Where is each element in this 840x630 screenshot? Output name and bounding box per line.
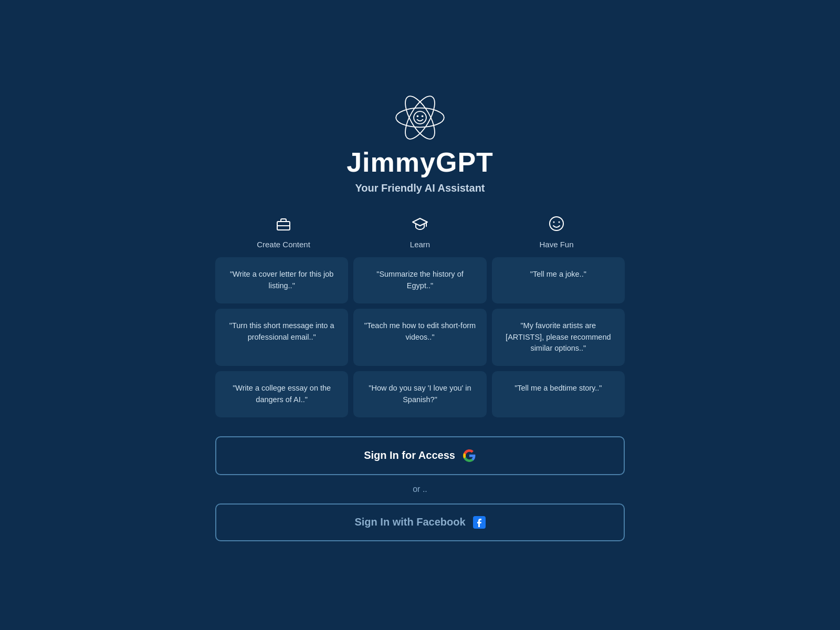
sign-in-facebook-label: Sign In with Facebook — [354, 516, 465, 528]
smiley-icon — [548, 215, 565, 236]
google-icon — [463, 449, 476, 463]
briefcase-icon — [275, 215, 292, 236]
card-2[interactable]: "Summarize the history of Egypt.." — [353, 257, 486, 303]
logo-area: JimmyGPT Your Friendly AI Assistant — [346, 89, 494, 194]
category-learn: Learn — [352, 215, 488, 249]
example-cards-grid: "Write a cover letter for this job listi… — [215, 257, 625, 417]
sign-in-google-button[interactable]: Sign In for Access — [215, 436, 625, 475]
app-logo — [391, 89, 449, 146]
card-7[interactable]: "Write a college essay on the dangers of… — [215, 371, 348, 417]
main-container: JimmyGPT Your Friendly AI Assistant Crea… — [215, 89, 625, 541]
svg-point-12 — [559, 222, 560, 223]
card-4[interactable]: "Turn this short message into a professi… — [215, 309, 348, 366]
card-1[interactable]: "Write a cover letter for this job listi… — [215, 257, 348, 303]
category-learn-label: Learn — [410, 240, 430, 249]
svg-point-5 — [422, 116, 424, 118]
app-subtitle: Your Friendly AI Assistant — [355, 182, 485, 194]
sign-in-facebook-button[interactable]: Sign In with Facebook — [215, 503, 625, 541]
svg-point-3 — [414, 111, 426, 124]
card-9[interactable]: "Tell me a bedtime story.." — [492, 371, 625, 417]
or-divider: or .. — [413, 485, 427, 494]
card-8[interactable]: "How do you say 'I love you' in Spanish?… — [353, 371, 486, 417]
facebook-icon — [473, 516, 486, 529]
svg-marker-8 — [413, 218, 427, 226]
category-have-fun: Have Fun — [488, 215, 625, 249]
category-create-label: Create Content — [257, 240, 310, 249]
svg-point-4 — [417, 116, 419, 118]
graduation-icon — [412, 215, 428, 236]
app-title: JimmyGPT — [346, 146, 494, 178]
sign-in-google-label: Sign In for Access — [364, 449, 455, 461]
category-create-content: Create Content — [215, 215, 352, 249]
category-fun-label: Have Fun — [539, 240, 573, 249]
categories-row: Create Content Learn — [215, 215, 625, 249]
card-6[interactable]: "My favorite artists are [ARTISTS], plea… — [492, 309, 625, 366]
card-3[interactable]: "Tell me a joke.." — [492, 257, 625, 303]
svg-point-11 — [553, 222, 555, 223]
card-5[interactable]: "Teach me how to edit short-form videos.… — [353, 309, 486, 366]
svg-point-10 — [550, 217, 563, 230]
